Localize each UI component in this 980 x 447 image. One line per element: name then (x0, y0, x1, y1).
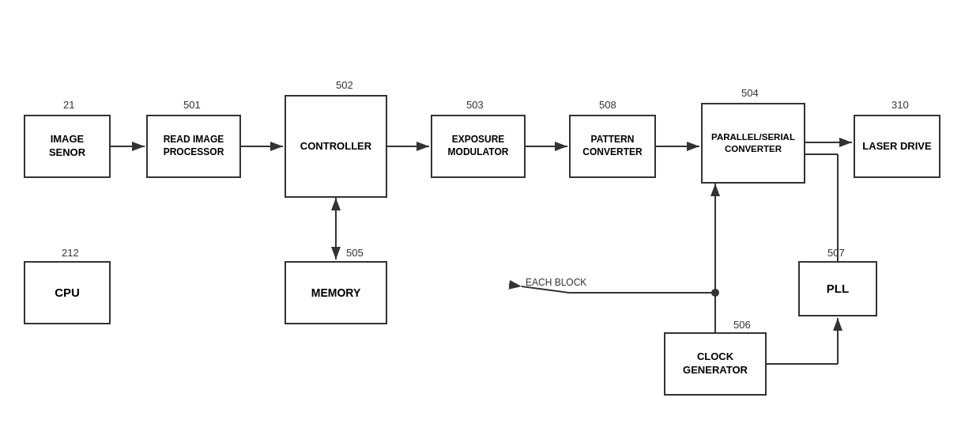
ref-212: 212 (62, 247, 79, 259)
arrows-svg (0, 0, 980, 447)
ref-501: 501 (183, 99, 201, 111)
ref-504: 504 (741, 87, 759, 99)
controller-box: CONTROLLER (285, 95, 387, 198)
laser-drive-box: LASER DRIVE (854, 115, 940, 178)
each-block-label: EACH BLOCK (526, 277, 586, 288)
image-sensor-box: IMAGESENOR (24, 115, 111, 178)
exposure-modulator-box: EXPOSUREMODULATOR (431, 115, 526, 178)
pattern-converter-box: PATTERNCONVERTER (569, 115, 656, 178)
ref-506: 506 (733, 319, 751, 331)
svg-point-12 (711, 289, 719, 297)
ref-503: 503 (466, 99, 484, 111)
parallel-serial-converter-box: PARALLEL/SERIALCONVERTER (701, 103, 805, 184)
ref-21: 21 (63, 99, 74, 111)
pll-box: PLL (798, 261, 877, 316)
ref-508: 508 (599, 99, 616, 111)
ref-505: 505 (346, 247, 364, 259)
read-image-processor-box: READ IMAGEPROCESSOR (146, 115, 241, 178)
cpu-box: CPU (24, 261, 111, 324)
ref-507: 507 (827, 247, 845, 259)
memory-box: MEMORY (285, 261, 387, 324)
clock-generator-box: CLOCKGENERATOR (664, 332, 767, 396)
ref-310: 310 (891, 99, 909, 111)
diagram: IMAGESENOR READ IMAGEPROCESSOR CONTROLLE… (0, 0, 980, 447)
ref-502: 502 (336, 79, 353, 91)
